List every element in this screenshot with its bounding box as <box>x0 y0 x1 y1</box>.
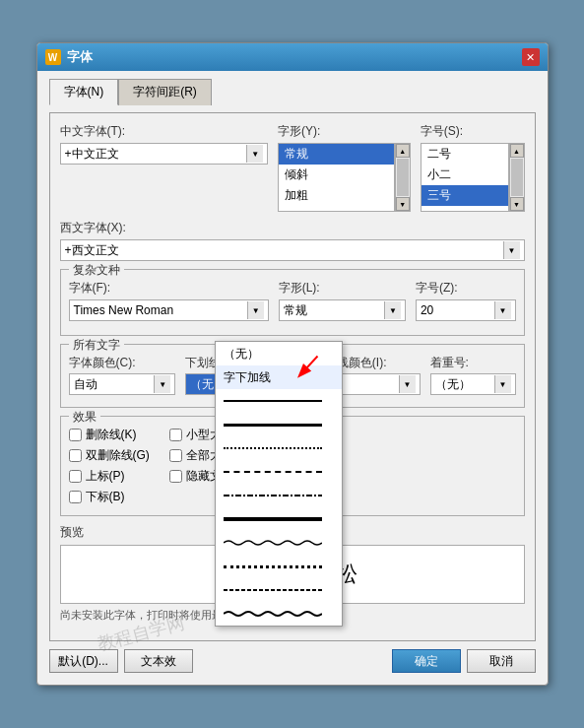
complex-row: 字体(F): Times New Roman ▼ 字形(L): 常规 ▼ <box>69 280 516 321</box>
complex-font-group: 字体(F): Times New Roman ▼ <box>69 280 269 321</box>
complex-font-arrow: ▼ <box>247 301 264 319</box>
text-effect-button[interactable]: 文本效 <box>124 649 193 673</box>
font-dialog: W 字体 ✕ 字体(N) 字符间距(R) 中文字体(T): +中文正文 ▼ <box>36 42 549 686</box>
dropdown-item-wave1[interactable] <box>216 531 342 555</box>
tab-char-spacing[interactable]: 字符间距(R) <box>118 79 212 105</box>
size-group: 字号(S): 二号 小二 三号 ▲ ▼ <box>421 123 525 212</box>
dropdown-item-underline[interactable]: 字下加线 <box>216 365 342 389</box>
dropdown-item-dash-dot[interactable] <box>216 484 342 507</box>
western-font-label: 西文字体(X): <box>60 220 525 236</box>
complex-size-label: 字号(Z): <box>416 280 516 297</box>
dropdown-item-none[interactable]: （无） <box>216 342 342 365</box>
cancel-button[interactable]: 取消 <box>467 649 536 673</box>
size-option-small2[interactable]: 小二 <box>422 165 508 185</box>
scroll-down[interactable]: ▼ <box>396 197 410 211</box>
size-option-2[interactable]: 二号 <box>422 144 508 165</box>
emphasis-label: 着重号: <box>430 355 516 371</box>
title-bar: W 字体 ✕ <box>37 43 548 71</box>
subscript-checkbox[interactable] <box>69 491 82 503</box>
hidden-checkbox[interactable] <box>169 470 182 483</box>
dropdown-item-dotdot[interactable] <box>216 555 342 578</box>
dropdown-item-dashed2[interactable] <box>216 578 342 602</box>
size-scroll-thumb[interactable] <box>511 159 523 196</box>
underline-type-dropdown[interactable]: （无） 字下加线 <box>215 341 343 627</box>
dialog-title: 字体 <box>67 48 93 66</box>
size-scrollbar[interactable]: ▲ ▼ <box>509 143 525 212</box>
font-color-arrow: ▼ <box>154 375 170 393</box>
effect-subscript: 下标(B) <box>69 489 150 505</box>
strikethrough-checkbox[interactable] <box>69 429 82 441</box>
size-label: 字号(S): <box>421 123 525 140</box>
style-scrollbar[interactable]: ▲ ▼ <box>395 143 411 212</box>
dropdown-item-double[interactable] <box>216 507 342 531</box>
scroll-thumb[interactable] <box>397 159 409 196</box>
complex-section: 复杂文种 字体(F): Times New Roman ▼ 字形(L): 常规 <box>60 269 525 336</box>
complex-style-arrow: ▼ <box>384 301 401 319</box>
ok-button[interactable]: 确定 <box>392 649 461 673</box>
dropdown-item-wave2[interactable] <box>216 602 342 626</box>
complex-size-arrow: ▼ <box>494 301 511 319</box>
complex-size-group: 字号(Z): 20 ▼ <box>416 280 516 321</box>
size-scroll-down[interactable]: ▼ <box>510 197 524 211</box>
effect-superscript: 上标(P) <box>69 468 150 485</box>
style-label: 字形(Y): <box>278 123 411 140</box>
complex-font-label: 字体(F): <box>69 280 269 297</box>
double-strikethrough-checkbox[interactable] <box>69 449 82 462</box>
app-icon: W <box>45 49 61 65</box>
effects-title: 效果 <box>69 409 100 426</box>
font-style-size-row: 中文字体(T): +中文正文 ▼ 字形(Y): 常规 倾斜 加粗 <box>60 123 525 212</box>
western-font-row: 西文字体(X): +西文正文 ▼ <box>60 220 525 261</box>
underline-color-arrow: ▼ <box>399 375 416 393</box>
complex-style-select[interactable]: 常规 ▼ <box>279 299 406 321</box>
chinese-font-arrow: ▼ <box>246 145 263 163</box>
all-text-title: 所有文字 <box>69 337 124 354</box>
chinese-font-select[interactable]: +中文正文 ▼ <box>60 143 269 165</box>
dropdown-item-solid[interactable] <box>216 389 342 413</box>
emphasis-group: 着重号: （无） ▼ <box>430 355 516 395</box>
style-option-italic[interactable]: 倾斜 <box>279 165 394 185</box>
font-color-select[interactable]: 自动 ▼ <box>69 373 176 395</box>
effects-left: 删除线(K) 双删除线(G) 上标(P) 下标(B) <box>69 427 150 509</box>
all-caps-checkbox[interactable] <box>169 449 182 462</box>
complex-size-select[interactable]: 20 ▼ <box>416 299 516 321</box>
scroll-up[interactable]: ▲ <box>396 144 410 158</box>
size-listbox[interactable]: 二号 小二 三号 <box>421 143 509 212</box>
style-listbox[interactable]: 常规 倾斜 加粗 <box>278 143 395 212</box>
dropdown-item-dotted[interactable] <box>216 436 342 460</box>
footer-buttons: 默认(D)... 文本效 确定 取消 <box>49 649 536 673</box>
font-color-group: 字体颜色(C): 自动 ▼ <box>69 355 176 395</box>
tab-bar: 字体(N) 字符间距(R) <box>49 79 536 105</box>
chinese-font-label: 中文字体(T): <box>60 123 269 140</box>
emphasis-select[interactable]: （无） ▼ <box>430 373 516 395</box>
dropdown-item-dashed1[interactable] <box>216 460 342 484</box>
western-font-arrow: ▼ <box>503 241 520 259</box>
tab-font[interactable]: 字体(N) <box>49 79 119 105</box>
font-color-label: 字体颜色(C): <box>69 355 176 371</box>
complex-section-title: 复杂文种 <box>69 262 124 279</box>
effect-strikethrough: 删除线(K) <box>69 427 150 443</box>
complex-style-label: 字形(L): <box>279 280 406 297</box>
style-group: 字形(Y): 常规 倾斜 加粗 ▲ ▼ <box>278 123 411 212</box>
small-caps-checkbox[interactable] <box>169 429 182 441</box>
chinese-font-group: 中文字体(T): +中文正文 ▼ <box>60 123 269 165</box>
close-button[interactable]: ✕ <box>522 48 540 66</box>
style-option-normal[interactable]: 常规 <box>279 144 394 165</box>
complex-style-group: 字形(L): 常规 ▼ <box>279 280 406 321</box>
western-font-select[interactable]: +西文正文 ▼ <box>60 239 525 261</box>
style-option-bold[interactable]: 加粗 <box>279 185 394 206</box>
effect-double-strikethrough: 双删除线(G) <box>69 447 150 464</box>
size-scroll-up[interactable]: ▲ <box>510 144 524 158</box>
default-button[interactable]: 默认(D)... <box>49 649 118 673</box>
dropdown-item-thick[interactable] <box>216 413 342 436</box>
superscript-checkbox[interactable] <box>69 470 82 483</box>
size-option-3[interactable]: 三号 <box>422 185 508 206</box>
emphasis-arrow: ▼ <box>494 375 511 393</box>
complex-font-select[interactable]: Times New Roman ▼ <box>69 299 269 321</box>
